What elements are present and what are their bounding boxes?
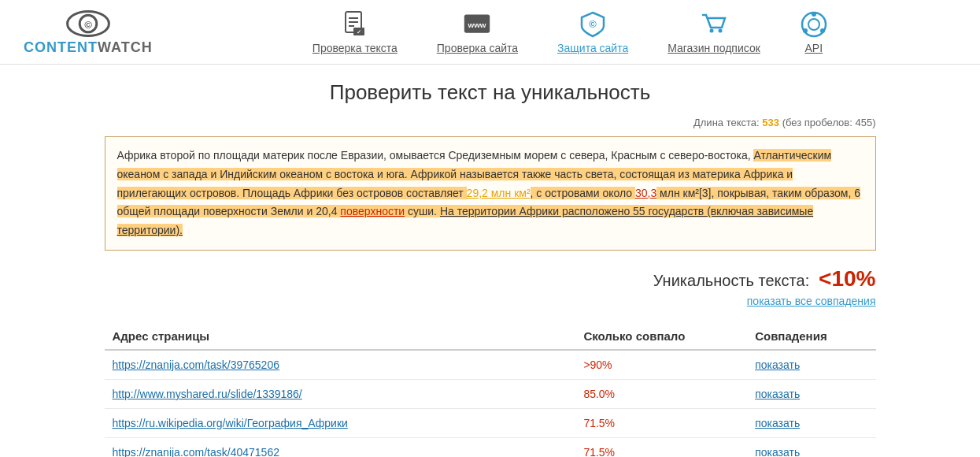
col-header-address: Адрес страницы bbox=[105, 323, 576, 350]
table-cell-url: http://www.myshared.ru/slide/1339186/ bbox=[105, 379, 576, 408]
nav-api[interactable]: API bbox=[800, 10, 828, 54]
nav-check-site-label: Проверка сайта bbox=[437, 42, 518, 54]
svg-text:©: © bbox=[84, 19, 92, 31]
table-cell-url: https://znanija.com/task/39765206 bbox=[105, 350, 576, 380]
uniqueness-row: Уникальность текста: <10% bbox=[653, 266, 876, 292]
show-match-link[interactable]: показать bbox=[755, 388, 800, 400]
nav-check-site[interactable]: www Проверка сайта bbox=[437, 10, 518, 54]
results-table: Адрес страницы Сколько совпало Совпадени… bbox=[105, 323, 876, 457]
text-length-info: Длина текста: 533 (без пробелов: 455) bbox=[105, 117, 876, 128]
table-row: https://znanija.com/task/4047156271.5%по… bbox=[105, 437, 876, 457]
col-header-show: Совпадения bbox=[747, 323, 875, 350]
table-row: http://www.myshared.ru/slide/1339186/85.… bbox=[105, 379, 876, 408]
uniqueness-section: Уникальность текста: <10% показать все с… bbox=[105, 266, 876, 307]
doc-icon: ✓ bbox=[341, 10, 369, 39]
header: © CONTENTWATCH ✓ Проверка текста bbox=[0, 0, 980, 65]
nav-shop-label: Магазин подписок bbox=[668, 42, 760, 54]
svg-text:www: www bbox=[468, 20, 486, 28]
svg-text:✓: ✓ bbox=[357, 29, 361, 35]
svg-point-18 bbox=[803, 28, 808, 33]
table-cell-url: https://ru.wikipedia.org/wiki/География_… bbox=[105, 408, 576, 437]
logo-text: CONTENTWATCH bbox=[24, 39, 153, 56]
page-url-link[interactable]: https://znanija.com/task/40471562 bbox=[113, 446, 279, 457]
show-all-matches-link[interactable]: показать все совпадения bbox=[747, 295, 876, 307]
nav-check-text[interactable]: ✓ Проверка текста bbox=[312, 10, 398, 54]
nav-protect-site-label: Защита сайта bbox=[557, 42, 628, 54]
table-cell-show: показать bbox=[747, 437, 875, 457]
match-percentage: 85.0% bbox=[583, 388, 615, 400]
svg-point-13 bbox=[719, 28, 723, 32]
svg-point-17 bbox=[820, 28, 825, 33]
logo[interactable]: © CONTENTWATCH bbox=[24, 8, 153, 56]
api-icon bbox=[800, 10, 828, 39]
nav-check-text-label: Проверка текста bbox=[312, 42, 398, 54]
col-header-match: Сколько совпало bbox=[575, 323, 747, 350]
nav-api-label: API bbox=[805, 42, 823, 54]
main-content: Проверить текст на уникальность Длина те… bbox=[57, 65, 923, 457]
show-match-link[interactable]: показать bbox=[755, 446, 800, 457]
page-url-link[interactable]: https://ru.wikipedia.org/wiki/География_… bbox=[113, 417, 348, 429]
svg-point-15 bbox=[808, 19, 819, 30]
shield-icon: © bbox=[579, 10, 607, 39]
page-url-link[interactable]: http://www.myshared.ru/slide/1339186/ bbox=[113, 388, 302, 400]
svg-point-12 bbox=[710, 28, 714, 32]
table-cell-match-pct: 71.5% bbox=[575, 437, 747, 457]
page-url-link[interactable]: https://znanija.com/task/39765206 bbox=[113, 359, 279, 371]
table-cell-show: показать bbox=[747, 408, 875, 437]
svg-text:©: © bbox=[589, 18, 597, 30]
table-row: https://ru.wikipedia.org/wiki/География_… bbox=[105, 408, 876, 437]
match-percentage: 71.5% bbox=[583, 417, 615, 429]
table-cell-match-pct: >90% bbox=[575, 350, 747, 380]
table-cell-show: показать bbox=[747, 379, 875, 408]
table-header-row: Адрес страницы Сколько совпало Совпадени… bbox=[105, 323, 876, 350]
cart-icon bbox=[700, 10, 728, 39]
table-cell-match-pct: 85.0% bbox=[575, 379, 747, 408]
nav-protect-site[interactable]: © Защита сайта bbox=[557, 10, 628, 54]
www-icon: www bbox=[463, 10, 491, 39]
show-match-link[interactable]: показать bbox=[755, 417, 800, 429]
page-title: Проверить текст на уникальность bbox=[105, 80, 876, 105]
match-percentage: 71.5% bbox=[583, 446, 615, 457]
table-cell-url: https://znanija.com/task/40471562 bbox=[105, 437, 576, 457]
svg-point-16 bbox=[812, 12, 816, 17]
table-cell-match-pct: 71.5% bbox=[575, 408, 747, 437]
main-nav: ✓ Проверка текста www Проверка сайта © bbox=[184, 10, 956, 54]
nav-shop[interactable]: Магазин подписок bbox=[668, 10, 760, 54]
show-match-link[interactable]: показать bbox=[755, 359, 800, 371]
logo-icon: © bbox=[65, 8, 112, 39]
match-percentage: >90% bbox=[583, 359, 612, 371]
analyzed-text: Африка второй по площади материк после Е… bbox=[105, 136, 876, 251]
table-row: https://znanija.com/task/39765206>90%пок… bbox=[105, 350, 876, 380]
table-cell-show: показать bbox=[747, 350, 875, 380]
